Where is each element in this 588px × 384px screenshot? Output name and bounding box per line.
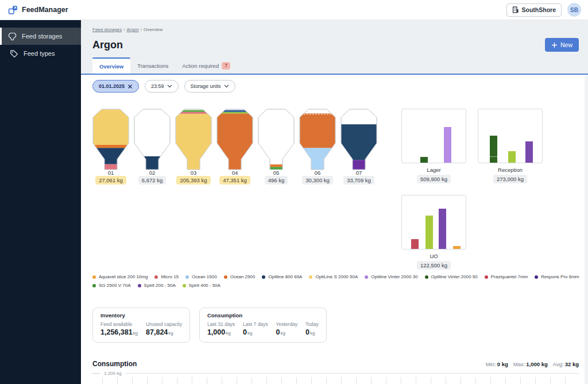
silo-unit-05[interactable]: 05 496 kg	[258, 109, 295, 185]
chart-box	[401, 109, 466, 163]
metric-unused-capacity: Unused capacity 87,824kg	[146, 321, 182, 337]
feed-bar	[411, 239, 419, 249]
app-title: FeedManager	[22, 6, 68, 14]
feed-bar	[525, 141, 533, 163]
legend-item: Ocean 1500	[185, 274, 217, 280]
silo-label: 04	[232, 170, 238, 175]
legend-item: Spirit 400 - 50A	[183, 283, 220, 289]
tag-icon	[10, 49, 18, 58]
storage-chart-lager[interactable]: Lager 509,900 kg	[401, 109, 466, 183]
scrollbar[interactable]	[585, 75, 588, 384]
feed-bar	[444, 127, 451, 163]
storage-chart-uo[interactable]: UO 122,500 kg	[401, 195, 466, 270]
legend-dot	[309, 275, 312, 279]
silo-row: 01 27,061 kg 02 6,672 kg 03 205,393 kg 0…	[92, 109, 377, 185]
previous-level-marker	[490, 156, 497, 157]
feed-bar	[439, 209, 446, 249]
sidebar-item-feed-storages[interactable]: Feed storages	[0, 28, 81, 45]
tab-bar: Overview Transactions Action required7	[92, 57, 588, 74]
consumption-metrics: Last 31 days 1,000kgLast 7 days 0kgYeste…	[207, 321, 319, 337]
axis-tick	[92, 373, 100, 374]
breadcrumb-feed-storages[interactable]: Feed storages	[92, 27, 122, 32]
tab-overview[interactable]: Overview	[92, 57, 130, 74]
legend-item: Optiline Vinter 2000 50	[425, 274, 478, 280]
legend-item: Optiline 800 65A	[262, 274, 302, 280]
legend-dot	[535, 275, 538, 279]
silo-value: 205,393 kg	[176, 176, 210, 185]
silo-unit-03[interactable]: 03 205,393 kg	[175, 109, 212, 185]
new-button-label: New	[560, 41, 572, 48]
silo-graphic	[134, 109, 171, 170]
consumption-card: Consumption Last 31 days 1,000kgLast 7 d…	[199, 308, 327, 343]
legend-dot	[185, 275, 189, 279]
silo-value: 6,672 kg	[138, 176, 166, 185]
legend-dot	[425, 275, 428, 279]
close-icon[interactable]	[127, 84, 133, 89]
new-button[interactable]: New	[545, 38, 579, 52]
org-name: SouthShore	[522, 6, 556, 13]
breadcrumb: Feed storages/Argon/Overview	[81, 20, 588, 32]
legend-item: Spirit 200 - 50A	[138, 283, 176, 289]
legend-dot	[224, 275, 227, 279]
silo-label: 02	[149, 170, 156, 175]
chart-name: Reception	[498, 167, 523, 173]
silo-label: 05	[273, 170, 280, 175]
building-icon	[512, 6, 519, 13]
consumption-chart-columns	[102, 377, 579, 384]
filter-bar: 01.01.2025 23:59 Storage units	[92, 80, 579, 93]
org-selector-button[interactable]: SouthShore	[506, 3, 562, 17]
storage-visualization: 01 27,061 kg 02 6,672 kg 03 205,393 kg 0…	[92, 109, 579, 274]
legend-item: Micro 15	[154, 274, 179, 280]
consumption-section-header: Consumption Min:0 kgMax:1,000 kgAvg:32 k…	[92, 360, 579, 368]
chart-value: 273,000 kg	[493, 175, 527, 183]
chevron-down-icon	[167, 85, 172, 88]
time-filter-chip[interactable]: 23:59	[145, 80, 179, 93]
consumption-stats: Min:0 kgMax:1,000 kgAvg:32 kg	[486, 361, 579, 367]
chart-box	[401, 195, 466, 249]
metric-last-7-days: Last 7 days 0kg	[243, 321, 268, 337]
legend-item: OptiLine S 2000 50A	[309, 274, 358, 280]
legend-dot	[92, 284, 96, 287]
silo-label: 06	[315, 170, 321, 175]
page-title: Argon	[92, 38, 123, 52]
legend-item: Praziquantel 7mm	[485, 274, 528, 280]
sidebar-item-feed-types[interactable]: Feed types	[0, 45, 81, 62]
date-filter-chip[interactable]: 01.01.2025	[92, 80, 139, 93]
silo-value: 30,300 kg	[302, 176, 333, 185]
breadcrumb-argon[interactable]: Argon	[126, 27, 138, 32]
feed-bar	[453, 246, 461, 249]
feed-bar	[420, 157, 428, 163]
page-header: Feed storages/Argon/Overview Argon New O…	[81, 20, 588, 75]
axis-label: 1,200 kg	[104, 371, 122, 376]
legend-item: Ocean 2500	[224, 274, 256, 280]
legend-dot	[485, 275, 488, 279]
avatar[interactable]: SB	[567, 3, 581, 17]
silo-unit-02[interactable]: 02 6,672 kg	[134, 109, 171, 185]
tab-action-required[interactable]: Action required7	[175, 57, 237, 74]
silo-unit-01[interactable]: 01 27,061 kg	[92, 109, 129, 185]
feed-type-legend: Aquavet slice 200 10mgMicro 15Ocean 1500…	[92, 274, 579, 289]
gridline	[125, 373, 579, 374]
chart-box	[478, 109, 543, 163]
breadcrumb-current: Overview	[144, 27, 163, 32]
silo-unit-04[interactable]: 04 47,351 kg	[216, 109, 253, 185]
plus-icon	[551, 42, 558, 48]
chart-name: UO	[430, 254, 438, 259]
metric-today: Today 0kg	[305, 321, 319, 337]
time-filter-value: 23:59	[151, 83, 164, 89]
silo-unit-06[interactable]: 06 30,300 kg	[299, 109, 336, 185]
tab-transactions[interactable]: Transactions	[130, 57, 175, 74]
silo-value: 47,351 kg	[219, 176, 250, 185]
storage-units-filter-chip[interactable]: Storage units	[184, 80, 235, 93]
silo-label: 07	[356, 170, 362, 175]
consumption-card-title: Consumption	[207, 312, 319, 318]
legend-dot	[154, 275, 158, 279]
action-required-badge: 7	[222, 62, 230, 70]
storage-chart-reception[interactable]: Reception 273,000 kg	[478, 109, 543, 183]
stat-max: Max:1,000 kg	[513, 361, 548, 367]
summary-cards: Inventory Feed available 1,256,381kg Unu…	[92, 308, 579, 343]
silo-unit-07[interactable]: 07 33,709 kg	[341, 109, 377, 185]
silo-value: 33,709 kg	[343, 176, 374, 185]
silo-graphic	[258, 109, 295, 170]
legend-item: Respons Pro 6mm	[535, 274, 579, 280]
